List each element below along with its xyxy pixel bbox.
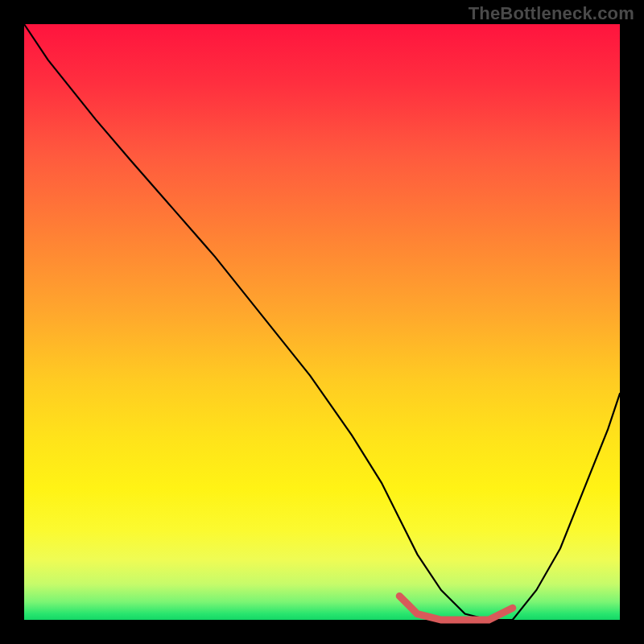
watermark-text: TheBottleneck.com <box>469 3 634 24</box>
plot-area <box>24 24 620 620</box>
chart-frame: TheBottleneck.com <box>0 0 644 644</box>
curve-svg <box>24 24 620 620</box>
min-highlight <box>399 596 513 620</box>
bottleneck-curve <box>24 24 620 620</box>
